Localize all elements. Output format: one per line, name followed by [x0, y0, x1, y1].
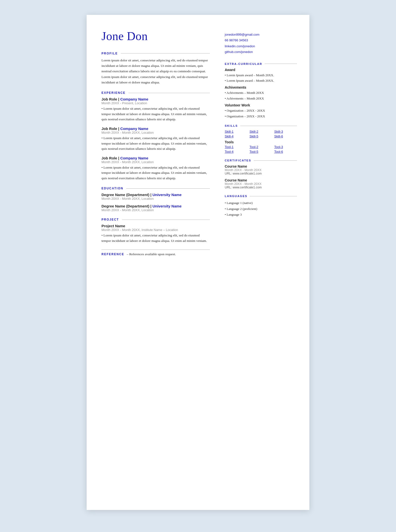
- skill-6: Skill-6: [274, 134, 297, 138]
- exp-desc-2: • Lorem ipsum dolor sit amet, consectetu…: [101, 135, 210, 152]
- edu-entry-2: Degree Name (Department) | University Na…: [101, 204, 210, 212]
- candidate-name: Jone Don: [101, 30, 210, 43]
- project-title: PROJECT: [101, 218, 119, 221]
- lang-item-2: • Language 2 (proficient): [225, 206, 297, 212]
- exp-role-1: Job Role | Company Name: [101, 97, 210, 101]
- education-section: EDUCATION Degree Name (Department) | Uni…: [101, 187, 210, 212]
- volunteer-item-1: • Organization – 20XX - 20XX: [225, 108, 297, 113]
- cert-date-2: Month 20XX - Month 20XX: [225, 182, 297, 186]
- project-desc-1: • Lorem ipsum dolor sit amet, consectetu…: [101, 233, 210, 243]
- languages-divider: [250, 196, 297, 196]
- education-header: EDUCATION: [101, 187, 210, 190]
- cert-url-2: URL: www.certificate1.com: [225, 186, 297, 189]
- profile-header: PROFILE: [101, 52, 210, 55]
- project-date-1: Month 20XX - Month 20XX, Institute Name …: [101, 228, 210, 232]
- languages-section: LANGUAGES • Language 1 (native) • Langua…: [225, 195, 297, 217]
- lang-item-1: • Language 1 (native): [225, 200, 297, 206]
- cert-entry-2: Course Name Month 20XX - Month 20XX URL:…: [225, 178, 297, 189]
- skills-title: SKILLS: [225, 124, 238, 127]
- project-divider: [122, 220, 210, 220]
- skills-section: SKILLS Skill-1 Skill-2 Skill-3 Skill-4 S…: [225, 124, 297, 153]
- certificates-divider: [254, 160, 297, 161]
- skills-grid: Skill-1 Skill-2 Skill-3 Skill-4 Skill-5 …: [225, 130, 297, 138]
- award-item-1: • Lorem Ipsum award – Month 20XX.: [225, 73, 297, 78]
- skills-header: SKILLS: [225, 124, 297, 127]
- exp-desc-1: • Lorem ipsum dolor sit amet, consectetu…: [101, 106, 210, 122]
- exp-date-2: Month 20XX - Month 20XX, Location: [101, 131, 210, 134]
- contact-linkedin: linkedin.com/jonedon: [225, 43, 297, 49]
- tools-label: Tools: [225, 140, 297, 144]
- skill-1: Skill-1: [225, 130, 248, 133]
- edu-degree-1: Degree Name (Department) | University Na…: [101, 193, 210, 197]
- extra-curricular-header: EXTRA-CURRICULAR: [225, 62, 297, 65]
- profile-divider: [121, 53, 210, 53]
- skill-5: Skill-5: [249, 134, 272, 138]
- contact-info: jonedon999@gmail.com 66 98766 34563 link…: [225, 30, 297, 55]
- edu-degree-2: Degree Name (Department) | University Na…: [101, 204, 210, 208]
- edu-date-1: Month 20XX - Month 20XX, Location: [101, 197, 210, 201]
- exp-entry-3: Job Role | Company Name Month 20XX - Mon…: [101, 156, 210, 181]
- exp-company-1: Company Name: [120, 97, 148, 101]
- experience-divider: [128, 93, 210, 93]
- award-label: Award: [225, 68, 297, 72]
- exp-entry-2: Job Role | Company Name Month 20XX - Mon…: [101, 127, 210, 152]
- profile-title: PROFILE: [101, 52, 118, 55]
- experience-title: EXPERIENCE: [101, 91, 125, 95]
- extra-curricular-divider: [265, 64, 297, 64]
- edu-uni-2: University Name: [152, 204, 182, 208]
- volunteer-item-2: • Organization – 20XX - 20XX: [225, 114, 297, 119]
- name-section: Jone Don: [101, 30, 210, 43]
- exp-desc-3: • Lorem ipsum dolor sit amet, consectetu…: [101, 165, 210, 181]
- left-column: Jone Don PROFILE Lorem ipsum dolor sit a…: [101, 30, 210, 495]
- extra-curricular-section: EXTRA-CURRICULAR Award • Lorem Ipsum awa…: [225, 62, 297, 119]
- award-item-2: • Lorem Ipsum award – Month 20XX.: [225, 78, 297, 83]
- reference-label: REFERENCE: [101, 253, 124, 256]
- achievement-item-1: • Achivements – Month 20XX: [225, 90, 297, 96]
- experience-section: EXPERIENCE Job Role | Company Name Month…: [101, 91, 210, 181]
- profile-section: PROFILE Lorem ipsum dolor sit amet, cons…: [101, 52, 210, 85]
- project-entry-1: Project Name Month 20XX - Month 20XX, In…: [101, 224, 210, 243]
- cert-entry-1: Course Name Month 20XX - Month 20XX URL:…: [225, 164, 297, 175]
- reference-section: REFERENCE – References available upon re…: [101, 250, 210, 256]
- tool-3: Tool-3: [274, 145, 297, 149]
- skill-3: Skill-3: [274, 130, 297, 133]
- experience-header: EXPERIENCE: [101, 91, 210, 95]
- contact-phone: 66 98766 34563: [225, 37, 297, 43]
- resume-page: Jone Don PROFILE Lorem ipsum dolor sit a…: [87, 15, 309, 510]
- project-header: PROJECT: [101, 218, 210, 221]
- tools-grid: Tool-1 Tool-2 Tool-3 Tool-4 Tool-5 Tool-…: [225, 145, 297, 153]
- volunteer-label: Volunteer Work: [225, 103, 297, 107]
- cert-name-2: Course Name: [225, 178, 297, 182]
- exp-entry-1: Job Role | Company Name Month 20XX - Pre…: [101, 97, 210, 122]
- cert-url-1: URL: www.certificate1.com: [225, 172, 297, 175]
- contact-github: github.com/jonedon: [225, 49, 297, 55]
- education-title: EDUCATION: [101, 187, 123, 190]
- achievement-item-2: • Achivements – Month 20XX: [225, 96, 297, 101]
- skills-divider: [240, 126, 297, 126]
- reference-text: – References available upon request.: [127, 252, 176, 256]
- tool-1: Tool-1: [225, 145, 248, 149]
- certificates-header: CERTIFICATES: [225, 159, 297, 162]
- cert-date-1: Month 20XX - Month 20XX: [225, 168, 297, 172]
- tool-4: Tool-4: [225, 150, 248, 153]
- certificates-title: CERTIFICATES: [225, 159, 251, 162]
- exp-date-1: Month 20XX - Present, Location: [101, 101, 210, 105]
- languages-title: LANGUAGES: [225, 195, 247, 198]
- achievements-label: Achivements: [225, 85, 297, 89]
- skill-4: Skill-4: [225, 134, 248, 138]
- skill-2: Skill-2: [249, 130, 272, 133]
- exp-company-2: Company Name: [120, 127, 148, 131]
- edu-entry-1: Degree Name (Department) | University Na…: [101, 193, 210, 201]
- project-section: PROJECT Project Name Month 20XX - Month …: [101, 218, 210, 243]
- edu-date-2: Month 20XX - Month 20XX, Location: [101, 208, 210, 212]
- contact-email: jonedon999@gmail.com: [225, 32, 297, 37]
- edu-uni-1: University Name: [152, 193, 182, 197]
- education-divider: [126, 188, 210, 189]
- tool-6: Tool-6: [274, 150, 297, 153]
- project-name-1: Project Name: [101, 224, 210, 228]
- extra-curricular-title: EXTRA-CURRICULAR: [225, 62, 262, 65]
- tool-5: Tool-5: [249, 150, 272, 153]
- exp-date-3: Month 20XX - Month 20XX, Location: [101, 160, 210, 164]
- languages-header: LANGUAGES: [225, 195, 297, 198]
- right-column: jonedon999@gmail.com 66 98766 34563 link…: [220, 30, 297, 495]
